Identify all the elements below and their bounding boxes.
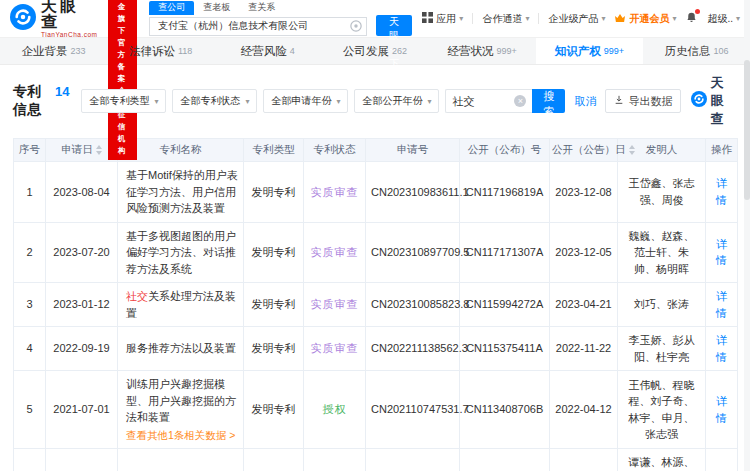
company-search-input[interactable] — [149, 17, 367, 36]
patent-title-link[interactable]: 服务推荐方法以及装置 — [126, 340, 238, 357]
brand-logo[interactable]: 天眼查 TianYanCha.com — [10, 0, 98, 39]
filter-label: 全部公开年份 — [362, 94, 422, 108]
crown-icon — [614, 13, 626, 25]
notifications-bell[interactable] — [685, 11, 698, 26]
nav-user-menu[interactable]: 超级.. ▾ — [707, 12, 740, 26]
tab-count: 118 — [178, 46, 192, 56]
tab-intellectual-property[interactable]: 知识产权 999+ — [536, 38, 643, 64]
cell-inventors: 王岱鑫、张志强、周俊 — [618, 162, 706, 223]
cell-publication-date: 2022-04-12 — [550, 371, 618, 449]
sort-icon[interactable] — [629, 145, 635, 155]
title-segment: 基于Motif保持的用户表征学习方法、用户信用风险预测方法及装置 — [126, 169, 238, 214]
highlight-keyword: 社交 — [126, 290, 148, 302]
tab-business-status[interactable]: 经营状况 999+ — [429, 38, 536, 64]
tab-label: 法律诉讼 — [129, 44, 175, 59]
keyword-search-button[interactable]: 搜索 — [532, 89, 565, 113]
col-publication-no: 公开（公布）号 — [460, 139, 550, 162]
cell-status: 实质审查 — [304, 222, 366, 283]
cell-title: 服务推荐方法以及装置 — [118, 327, 244, 371]
search-tab-relation[interactable]: 查关系 — [239, 1, 284, 15]
tab-history-info[interactable]: 历史信息 106 — [643, 38, 750, 64]
nav-cooperation[interactable]: 合作通道 ▾ — [482, 12, 529, 26]
table-row: 12023-08-04基于Motif保持的用户表征学习方法、用户信用风险预测方法… — [14, 162, 738, 223]
search-submit-button[interactable]: 天眼一下 — [376, 15, 412, 36]
camera-icon[interactable] — [350, 18, 362, 36]
export-button[interactable]: 导出数据 — [605, 89, 681, 113]
patent-title-link[interactable]: 基于Motif保持的用户表征学习方法、用户信用风险预测方法及装置 — [126, 167, 238, 217]
tab-legal-proceedings[interactable]: 法律诉讼 118 — [107, 38, 214, 64]
keyword-input[interactable] — [452, 95, 514, 107]
scrollbar-thumb[interactable] — [744, 60, 750, 200]
related-data-link[interactable]: 查看其他1条相关数据 > — [126, 428, 238, 444]
tab-label: 公司发展 — [343, 44, 389, 59]
top-header: 天眼查 TianYanCha.com 国家中小企业发展子基金旗下 官方备案企业征… — [0, 0, 750, 38]
table-row: 52021-07-01训练用户兴趣挖掘模型、用户兴趣挖掘的方法和装置查看其他1条… — [14, 371, 738, 449]
cell-index: 6 — [14, 449, 46, 471]
clear-icon[interactable]: × — [514, 95, 526, 107]
sort-icon[interactable] — [96, 145, 102, 155]
filter-label: 全部申请年份 — [271, 94, 331, 108]
search-tab-boss[interactable]: 查老板 — [194, 1, 239, 15]
tab-company-background[interactable]: 企业背景 233 — [0, 38, 107, 64]
patent-title-link[interactable]: 社交关系处理方法及装置 — [126, 288, 238, 321]
tab-count: 106 — [713, 46, 728, 56]
cell-publication-no: CN113094441A — [460, 449, 550, 471]
title-segment: 服务推荐方法以及装置 — [126, 342, 236, 354]
cancel-link[interactable]: 取消 — [574, 94, 596, 109]
cell-application-no: CN202211138562.3 — [366, 327, 460, 371]
cell-publication-no: CN117171307A — [460, 222, 550, 283]
patent-title-link[interactable]: 基于多视图超图的用户偏好学习方法、对话推荐方法及系统 — [126, 228, 238, 278]
cell-status: 实质审查 — [304, 449, 366, 471]
cell-publication-no: CN113408706B — [460, 371, 550, 449]
detail-link[interactable]: 详情 — [716, 334, 727, 363]
chevron-down-icon: ▾ — [525, 14, 529, 23]
cell-apply-date: 2023-07-20 — [46, 222, 118, 283]
detail-link[interactable]: 详情 — [716, 238, 727, 267]
cell-apply-date: 2023-01-12 — [46, 283, 118, 327]
nav-open-membership[interactable]: 开通会员 ▾ — [614, 12, 676, 26]
section-count: 14 — [55, 84, 69, 99]
page-scrollbar[interactable] — [744, 0, 750, 471]
cell-apply-date: 2021-04-29 — [46, 449, 118, 471]
col-actions: 操作 — [706, 139, 738, 162]
filter-label: 全部专利类型 — [89, 94, 149, 108]
nav-enterprise-products[interactable]: 企业级产品 ▾ — [548, 12, 605, 26]
table-row: 32023-01-12社交关系处理方法及装置发明专利实质审查CN20231008… — [14, 283, 738, 327]
cell-action: 详情 — [706, 327, 738, 371]
status-badge: 实质审查 — [311, 186, 359, 198]
badge-line-1: 国家中小企业发展子基金旗下 — [115, 0, 131, 37]
certification-badge: 国家中小企业发展子基金旗下 官方备案企业征信机构 — [108, 0, 138, 160]
filter-apply-year[interactable]: 全部申请年份 ▾ — [263, 89, 348, 113]
filter-label: 全部专利状态 — [180, 94, 240, 108]
status-badge: 实质审查 — [311, 246, 359, 258]
patent-table-body: 12023-08-04基于Motif保持的用户表征学习方法、用户信用风险预测方法… — [14, 162, 738, 471]
filter-patent-type[interactable]: 全部专利类型 ▾ — [81, 89, 166, 113]
title-segment: 基于多视图超图的用户偏好学习方法、对话推荐方法及系统 — [126, 230, 236, 275]
cell-title: 基于多视图超图的用户偏好学习方法、对话推荐方法及系统 — [118, 222, 244, 283]
filter-publish-year[interactable]: 全部公开年份 ▾ — [354, 89, 439, 113]
search-tab-company[interactable]: 查公司 — [149, 1, 194, 15]
col-patent-type: 专利类型 — [244, 139, 304, 162]
detail-link[interactable]: 详情 — [716, 177, 727, 206]
cell-publication-no: CN115994272A — [460, 283, 550, 327]
cell-index: 2 — [14, 222, 46, 283]
filter-patent-status[interactable]: 全部专利状态 ▾ — [172, 89, 257, 113]
cell-type: 发明专利 — [244, 162, 304, 223]
cell-publication-date: 2021-07-09 — [550, 449, 618, 471]
chevron-down-icon: ▾ — [427, 97, 431, 106]
cell-type: 发明专利 — [244, 371, 304, 449]
table-row: 62021-04-29数据同步方法以及装置发明专利实质审查CN202110475… — [14, 449, 738, 471]
chevron-down-icon: ▾ — [154, 97, 158, 106]
watermark-text: 天眼查 — [710, 74, 737, 128]
cell-index: 1 — [14, 162, 46, 223]
tab-business-risk[interactable]: 经营风险 4 — [214, 38, 321, 64]
tab-label: 历史信息 — [664, 44, 710, 59]
detail-link[interactable]: 详情 — [716, 290, 727, 319]
patent-title-link[interactable]: 训练用户兴趣挖掘模型、用户兴趣挖掘的方法和装置 — [126, 376, 238, 426]
cell-title: 数据同步方法以及装置 — [118, 449, 244, 471]
detail-link[interactable]: 详情 — [716, 395, 727, 424]
patent-table: 序号 申请日 专利名称 专利类型 专利状态 申请号 公开（公布）号 公开（公告）… — [13, 138, 738, 471]
cell-action: 详情 — [706, 162, 738, 223]
tab-company-development[interactable]: 公司发展 262 — [321, 38, 428, 64]
nav-apps[interactable]: 应用 ▾ — [422, 12, 463, 26]
